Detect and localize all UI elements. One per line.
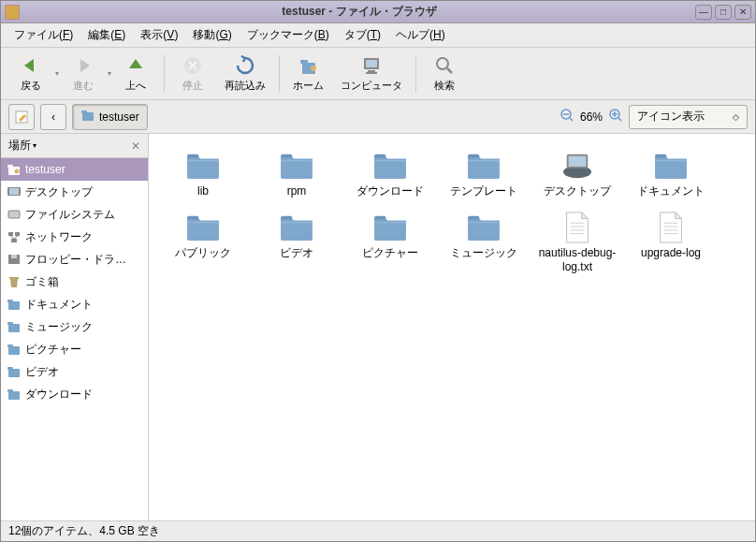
content-area[interactable]: librpmダウンロードテンプレートデスクトップドキュメントパブリックビデオピク… — [149, 134, 755, 520]
sidebar-close-icon[interactable]: ✕ — [131, 139, 140, 153]
svg-rect-37 — [7, 322, 13, 325]
menu-go[interactable]: 移動(G) — [185, 23, 239, 47]
statusbar: 12個のアイテム、4.5 GB 空き — [1, 520, 755, 541]
menu-file[interactable]: ファイル(F) — [7, 23, 80, 47]
up-button[interactable]: 上へ — [113, 52, 158, 95]
dropdown-icon: ◇ — [733, 112, 739, 122]
grid-item-label: lib — [197, 184, 209, 199]
svg-rect-28 — [11, 239, 17, 242]
svg-rect-36 — [8, 324, 20, 332]
menu-tab[interactable]: タブ(T) — [337, 23, 388, 47]
svg-line-30 — [14, 236, 18, 239]
sidebar-item[interactable]: ゴミ箱 — [1, 271, 148, 293]
home-button[interactable]: ホーム — [285, 52, 331, 95]
folder-icon — [183, 149, 223, 183]
forward-button: 進む — [61, 52, 106, 95]
search-button[interactable]: 検索 — [422, 52, 467, 95]
menu-edit[interactable]: 編集(E) — [80, 23, 133, 47]
grid-item[interactable]: ピクチャー — [343, 207, 437, 279]
grid-item-label: ドキュメント — [637, 184, 705, 199]
sidebar-item-label: ゴミ箱 — [25, 274, 59, 290]
grid-item[interactable]: rpm — [250, 145, 343, 203]
home-icon — [7, 162, 22, 177]
home-icon — [80, 109, 95, 125]
menubar: ファイル(F) 編集(E) 表示(V) 移動(G) ブックマーク(B) タブ(T… — [1, 23, 755, 48]
floppy-icon — [7, 252, 22, 267]
maximize-button[interactable]: □ — [715, 5, 732, 20]
svg-rect-21 — [7, 165, 13, 168]
view-mode-select[interactable]: アイコン表示 ◇ — [629, 105, 748, 129]
folder-icon — [7, 364, 22, 379]
zoom-in-button[interactable] — [608, 108, 623, 126]
sidebar-item[interactable]: ミュージック — [1, 315, 148, 338]
zoom-out-button[interactable] — [560, 108, 574, 126]
trash-icon — [7, 274, 22, 289]
grid-item[interactable]: パブリック — [156, 207, 250, 279]
menu-bookmarks[interactable]: ブックマーク(B) — [240, 23, 337, 47]
computer-button[interactable]: コンピュータ — [333, 52, 410, 95]
sidebar-item-label: ファイルシステム — [25, 207, 115, 223]
svg-point-8 — [437, 58, 448, 69]
back-dropdown[interactable]: ▾ — [55, 69, 59, 78]
grid-item-label: ミュージック — [450, 246, 517, 261]
app-icon — [5, 5, 20, 20]
edit-location-button[interactable] — [8, 104, 35, 130]
grid-item[interactable]: nautilus-debug-log.txt — [531, 207, 624, 279]
grid-item-label: パブリック — [175, 246, 231, 261]
svg-rect-41 — [7, 367, 13, 370]
folder-icon — [7, 342, 22, 357]
grid-item-label: upgrade-log — [641, 246, 701, 261]
path-segment[interactable]: testuser — [72, 104, 148, 130]
svg-rect-24 — [9, 188, 19, 195]
view-mode-label: アイコン表示 — [637, 109, 705, 125]
svg-rect-11 — [82, 112, 94, 121]
desktop-icon — [558, 149, 597, 183]
sidebar-item[interactable]: ダウンロード — [1, 383, 148, 405]
minimize-button[interactable]: — — [695, 5, 712, 20]
sidebar-item[interactable]: フロッピー・ドラ… — [1, 248, 148, 271]
sidebar-item[interactable]: ドキュメント — [1, 293, 148, 315]
sidebar-item[interactable]: ファイルシステム — [1, 203, 148, 226]
svg-rect-33 — [9, 277, 19, 279]
sidebar-item[interactable]: ビデオ — [1, 360, 148, 383]
back-button[interactable]: 戻る — [8, 52, 53, 95]
grid-item[interactable]: upgrade-log — [624, 207, 718, 279]
grid-item[interactable]: lib — [156, 145, 250, 203]
sidebar-item[interactable]: デスクトップ — [1, 181, 148, 203]
close-button[interactable]: ✕ — [734, 5, 751, 20]
network-icon — [7, 229, 22, 244]
grid-item[interactable]: ミュージック — [437, 207, 531, 279]
folder-icon — [7, 297, 22, 312]
svg-rect-25 — [8, 211, 20, 218]
window-controls: — □ ✕ — [695, 5, 751, 20]
sidebar-item-label: ミュージック — [25, 319, 93, 335]
forward-dropdown[interactable]: ▾ — [108, 69, 111, 78]
sidebar-item[interactable]: ピクチャー — [1, 338, 148, 360]
up-icon — [124, 54, 147, 77]
folder-icon — [651, 149, 691, 183]
grid-item[interactable]: テンプレート — [437, 145, 531, 203]
sidebar-item[interactable]: testuser — [1, 158, 148, 181]
sidebar-item[interactable]: ネットワーク — [1, 226, 148, 248]
grid-item[interactable]: ビデオ — [250, 207, 343, 279]
back-icon — [20, 54, 42, 77]
zoom-level: 66% — [580, 110, 603, 124]
svg-rect-43 — [7, 389, 13, 392]
sidebar-header-dropdown[interactable]: 場所 ▾ — [8, 138, 36, 154]
svg-rect-35 — [7, 300, 13, 302]
sidebar-item-label: ダウンロード — [25, 387, 93, 403]
grid-item[interactable]: ダウンロード — [343, 145, 437, 203]
sidebar-list: testuserデスクトップファイルシステムネットワークフロッピー・ドラ…ゴミ箱… — [1, 158, 148, 520]
forward-icon — [72, 54, 94, 77]
grid-item[interactable]: ドキュメント — [624, 145, 718, 203]
menu-help[interactable]: ヘルプ(H) — [388, 23, 453, 47]
svg-point-3 — [311, 66, 316, 71]
path-back-button[interactable]: ‹ — [40, 104, 66, 130]
main: 場所 ▾ ✕ testuserデスクトップファイルシステムネットワークフロッピー… — [1, 134, 755, 520]
svg-rect-12 — [81, 110, 87, 113]
disk-icon — [7, 207, 22, 222]
menu-view[interactable]: 表示(V) — [133, 23, 185, 47]
grid-item[interactable]: デスクトップ — [531, 145, 624, 203]
reload-button[interactable]: 再読込み — [217, 52, 273, 95]
file-icon — [558, 211, 597, 244]
